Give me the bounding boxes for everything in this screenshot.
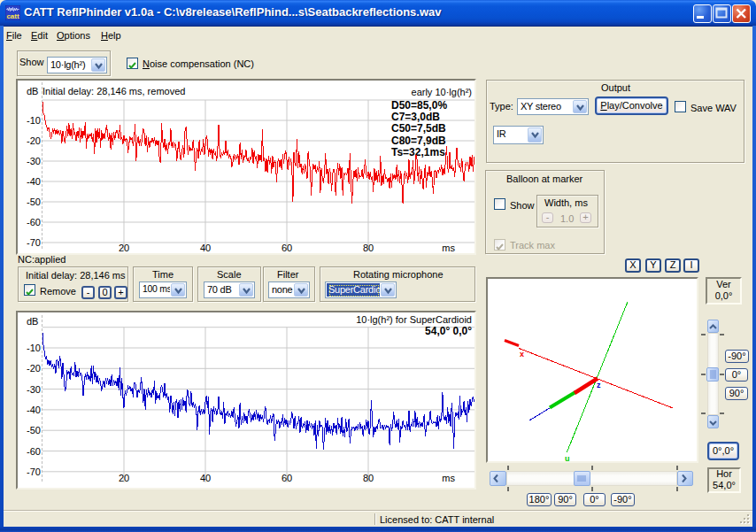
svg-text:-60: -60 (27, 446, 41, 457)
svg-text:-10: -10 (27, 343, 41, 353)
svg-text:-10: -10 (27, 115, 41, 126)
svg-text:80: 80 (363, 243, 374, 253)
svg-text:-50: -50 (27, 197, 41, 207)
svg-text:60: 60 (282, 473, 292, 483)
svg-text:D50=85,0%: D50=85,0% (391, 99, 447, 112)
svg-text:-50: -50 (27, 425, 41, 436)
svg-text:catt: catt (6, 12, 19, 20)
svg-text:Initial delay: 28,146 ms, remo: Initial delay: 28,146 ms, removed (42, 86, 185, 96)
svg-text:-40: -40 (27, 405, 41, 415)
svg-text:-30: -30 (27, 384, 41, 395)
svg-text:ms: ms (442, 473, 455, 483)
svg-text:-20: -20 (27, 363, 41, 374)
svg-text:-40: -40 (27, 176, 41, 187)
svg-text:Ts=32,1ms: Ts=32,1ms (391, 146, 445, 158)
svg-text:z: z (597, 381, 601, 389)
svg-text:40: 40 (200, 473, 211, 483)
svg-text:80: 80 (363, 473, 374, 483)
svg-text:40: 40 (200, 243, 211, 253)
svg-text:60: 60 (282, 243, 292, 253)
svg-text:ms: ms (442, 243, 455, 253)
svg-text:-70: -70 (27, 237, 41, 248)
svg-text:20: 20 (119, 473, 129, 483)
svg-text:C7=3,0dB: C7=3,0dB (391, 111, 440, 123)
svg-text:-70: -70 (27, 466, 41, 477)
svg-text:20: 20 (119, 243, 129, 253)
svg-text:C80=7,9dB: C80=7,9dB (391, 135, 446, 147)
svg-text:-30: -30 (27, 156, 41, 166)
svg-text:10·lg(h²) for SuperCardioid: 10·lg(h²) for SuperCardioid (356, 314, 472, 325)
svg-text:u: u (565, 454, 570, 463)
svg-text:-60: -60 (27, 217, 41, 227)
svg-text:dB: dB (27, 316, 38, 327)
svg-text:54,0° 0,0°: 54,0° 0,0° (425, 325, 472, 337)
svg-text:C50=7,5dB: C50=7,5dB (391, 122, 446, 135)
svg-text:early 10·lg(h²): early 10·lg(h²) (412, 87, 472, 97)
svg-text:x: x (520, 350, 524, 359)
svg-text:-20: -20 (27, 135, 41, 146)
svg-text:dB: dB (27, 86, 38, 96)
